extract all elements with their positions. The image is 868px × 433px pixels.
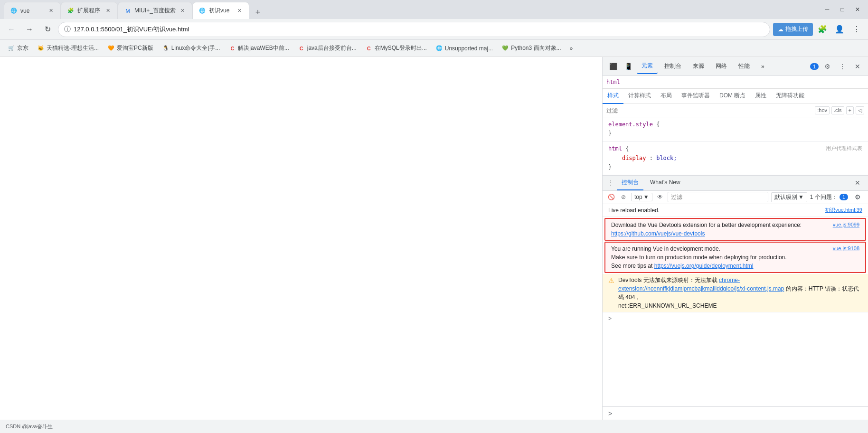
filter-hov-tag[interactable]: :hov bbox=[815, 106, 830, 114]
devtools-styles-tab-props[interactable]: 属性 bbox=[750, 89, 771, 104]
devtools-styles-tab-dom[interactable]: DOM 断点 bbox=[715, 89, 750, 104]
address-text: 127.0.0.1:5500/01_初识VUE/初识vue.html bbox=[74, 25, 764, 34]
back-button[interactable]: ← bbox=[4, 22, 19, 37]
html-style-close-brace: } bbox=[608, 164, 612, 170]
log-source-devtools[interactable]: vue.js:9099 bbox=[833, 221, 859, 229]
log-link-deployment[interactable]: https://vuejs.org/guide/deployment.html bbox=[654, 263, 754, 269]
console-context-selector[interactable]: top ▼ bbox=[631, 193, 652, 201]
tab-extensions[interactable]: 🧩 扩展程序 ✕ bbox=[61, 2, 118, 19]
console-prompt-input[interactable] bbox=[615, 410, 862, 417]
toolbar-actions: ☁ 拖拽上传 🧩 👤 ⋮ bbox=[773, 22, 864, 37]
devtools-issues-badge[interactable]: 1 bbox=[810, 63, 819, 70]
devtools-whatsnew-tab[interactable]: What's New bbox=[645, 175, 685, 190]
devtools-tab-console[interactable]: 控制台 bbox=[660, 59, 686, 74]
reload-button[interactable]: ↻ bbox=[40, 22, 55, 37]
log-source-livereload[interactable]: 初识vue.html:39 bbox=[825, 206, 862, 214]
devtools-tab-sources[interactable]: 来源 bbox=[688, 59, 709, 74]
bookmark-jd[interactable]: 🛒 京东 bbox=[4, 42, 32, 55]
devtools-styles-tab-computed[interactable]: 计算样式 bbox=[623, 89, 656, 104]
devtools-styles-tab-styles[interactable]: 样式 bbox=[603, 89, 623, 104]
console-log-devmode: You are running Vue in development mode.… bbox=[604, 242, 866, 273]
layout-tab-label: 布局 bbox=[660, 92, 672, 100]
extensions-button[interactable]: 🧩 bbox=[815, 22, 830, 37]
browser-window: 🌐 vue ✕ 🧩 扩展程序 ✕ M MIUI+_百度搜索 ✕ 🌐 初识vue … bbox=[0, 0, 868, 433]
maximize-button[interactable]: □ bbox=[836, 3, 849, 16]
devtools-styles-tab-a11y[interactable]: 无障碍功能 bbox=[771, 89, 809, 104]
html-display-value: block; bbox=[656, 155, 677, 161]
tab-miui-close[interactable]: ✕ bbox=[179, 7, 186, 15]
bookmarks-more-button[interactable]: » bbox=[568, 42, 575, 55]
console-close-button[interactable]: ✕ bbox=[851, 176, 864, 189]
log-link-sourcemap[interactable]: chrome-extension://ncennffkjdiamlpmcbajk… bbox=[618, 277, 784, 292]
profile-button[interactable]: 👤 bbox=[832, 22, 847, 37]
device-toolbar-button[interactable]: 📱 bbox=[622, 60, 635, 73]
bookmark-mysql[interactable]: C 在MySQL登录时出... bbox=[361, 42, 431, 55]
bookmark-java2[interactable]: C java后台接受前台... bbox=[294, 42, 360, 55]
bookmark-java1[interactable]: C 解决javaWEB中前... bbox=[225, 42, 292, 55]
a11y-tab-label: 无障碍功能 bbox=[776, 92, 804, 100]
forward-button[interactable]: → bbox=[22, 22, 37, 37]
address-bar[interactable]: ⓘ 127.0.0.1:5500/01_初识VUE/初识vue.html bbox=[58, 22, 770, 37]
console-filter-input[interactable] bbox=[668, 192, 768, 202]
tab-vue-title: vue bbox=[20, 8, 44, 14]
inspect-element-button[interactable]: ⬛ bbox=[606, 60, 620, 73]
bookmark-linux[interactable]: 🐧 Linux命令大全(手... bbox=[158, 42, 224, 55]
warning-triangle-icon: ⚠ bbox=[608, 276, 614, 286]
devtools-styles-tab-event[interactable]: 事件监听器 bbox=[677, 89, 715, 104]
devtools-tab-more[interactable]: » bbox=[756, 59, 769, 74]
console-clear-button[interactable]: 🚫 bbox=[606, 192, 616, 202]
tab-miui[interactable]: M MIUI+_百度搜索 ✕ bbox=[118, 2, 192, 19]
devtools-console-tab[interactable]: 控制台 bbox=[617, 175, 643, 190]
devtools-more-button[interactable]: ⋮ bbox=[836, 60, 849, 73]
tab-ext-close[interactable]: ✕ bbox=[104, 7, 112, 15]
minimize-button[interactable]: ─ bbox=[821, 3, 834, 16]
more-button[interactable]: ⋮ bbox=[849, 22, 864, 37]
new-tab-button[interactable]: + bbox=[251, 6, 264, 19]
bookmark-ali[interactable]: 🧡 爱淘宝PC新版 bbox=[104, 42, 157, 55]
log-source-devmode[interactable]: vue.js:9108 bbox=[833, 245, 859, 253]
dom-tab-label: DOM 断点 bbox=[719, 92, 745, 100]
console-top-label: top bbox=[634, 194, 642, 200]
close-button[interactable]: ✕ bbox=[851, 3, 864, 16]
event-tab-label: 事件监听器 bbox=[681, 92, 710, 100]
devtools-tab-network[interactable]: 网络 bbox=[711, 59, 732, 74]
bookmark-tianmao[interactable]: 🐱 天猫精选-理想生活... bbox=[33, 42, 103, 55]
devtools-close-button[interactable]: ✕ bbox=[851, 60, 864, 73]
devtools-tab-performance-label: 性能 bbox=[738, 62, 750, 70]
element-style-block: element.style { } bbox=[603, 117, 868, 141]
log-link-devtools[interactable]: https://github.com/vuejs/vue-devtools bbox=[611, 230, 705, 237]
console-issues-indicator[interactable]: 1 个问题： 1 bbox=[810, 193, 848, 201]
console-settings-button[interactable]: ⚙ bbox=[851, 190, 864, 204]
bookmark-python-favicon: 💚 bbox=[501, 45, 509, 52]
lock-icon: ⓘ bbox=[64, 25, 71, 34]
baidu-upload-button[interactable]: ☁ 拖拽上传 bbox=[773, 23, 813, 36]
devtools-styles-tab-layout[interactable]: 布局 bbox=[656, 89, 677, 104]
filter-toggle-tag[interactable]: ◁ bbox=[856, 106, 864, 114]
console-expand-arrow[interactable]: > bbox=[608, 314, 612, 323]
bookmark-unsup[interactable]: 🌐 Unsupported maj... bbox=[432, 42, 497, 55]
tab-chushi[interactable]: 🌐 初识vue ✕ bbox=[192, 2, 249, 19]
tab-chushi-title: 初识vue bbox=[209, 7, 233, 15]
tab-ext-favicon: 🧩 bbox=[67, 7, 75, 15]
bookmark-java2-label: java后台接受前台... bbox=[307, 44, 357, 52]
bookmark-unsup-favicon: 🌐 bbox=[435, 45, 443, 52]
tab-vue[interactable]: 🌐 vue ✕ bbox=[4, 2, 61, 19]
tab-vue-close[interactable]: ✕ bbox=[47, 7, 55, 15]
console-level-selector[interactable]: 默认级别 ▼ bbox=[771, 192, 807, 202]
filter-cls-tag[interactable]: .cls bbox=[831, 106, 844, 114]
window-controls: ─ □ ✕ bbox=[821, 3, 864, 16]
tab-chushi-close[interactable]: ✕ bbox=[236, 7, 243, 15]
styles-filter-input[interactable] bbox=[606, 107, 811, 114]
bookmark-python[interactable]: 💚 Python3 面向对象... bbox=[498, 42, 565, 55]
devtools-tab-performance[interactable]: 性能 bbox=[734, 59, 755, 74]
console-messages: Live reload enabled. 初识vue.html:39 Downl… bbox=[603, 204, 868, 406]
html-style-selector: html bbox=[608, 145, 622, 152]
element-style-close-brace: } bbox=[608, 130, 612, 137]
console-stop-button[interactable]: ⊘ bbox=[619, 192, 628, 202]
bookmark-mysql-label: 在MySQL登录时出... bbox=[375, 44, 427, 52]
devtools-tab-elements[interactable]: 元素 bbox=[637, 59, 658, 74]
console-eye-button[interactable]: 👁 bbox=[655, 192, 665, 202]
bookmark-mysql-favicon: C bbox=[365, 45, 373, 52]
devtools-settings-button[interactable]: ⚙ bbox=[821, 60, 834, 73]
filter-add-tag[interactable]: + bbox=[846, 106, 854, 114]
